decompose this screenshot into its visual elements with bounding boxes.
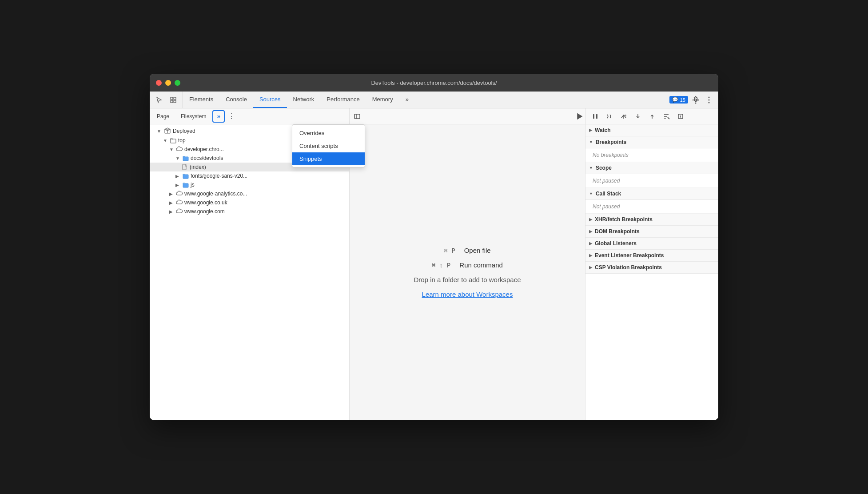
- close-button[interactable]: [156, 80, 162, 86]
- tab-network[interactable]: Network: [287, 92, 321, 108]
- resume-button[interactable]: [603, 110, 616, 123]
- svg-line-27: [668, 117, 669, 119]
- csp-section-header[interactable]: ▶ CSP Violation Breakpoints: [585, 262, 718, 274]
- open-file-label: Open file: [464, 247, 491, 254]
- more-options-icon[interactable]: [703, 94, 715, 106]
- watch-label: Watch: [595, 127, 611, 133]
- tab-elements[interactable]: Elements: [183, 92, 219, 108]
- tree-item-analytics[interactable]: ▶ www.google-analytics.co...: [150, 189, 349, 198]
- tree-item-fonts[interactable]: ▶ fonts/google-sans-v20...: [150, 171, 349, 180]
- inspect-icon[interactable]: [167, 94, 179, 106]
- svg-rect-13: [183, 164, 186, 170]
- sources-sub-tabs: Page Filesystem » ⋮ Overrides C: [150, 108, 349, 124]
- svg-rect-1: [174, 97, 176, 100]
- pause-exceptions-button[interactable]: [674, 110, 687, 123]
- cloud-icon-4: [176, 208, 183, 215]
- svg-rect-16: [354, 114, 360, 119]
- tree-item-js[interactable]: ▶ js: [150, 180, 349, 189]
- event-arrow: ▶: [589, 253, 592, 258]
- folder-blue-icon-3: [183, 182, 189, 188]
- menu-item-content-scripts[interactable]: Content scripts: [292, 139, 365, 152]
- cursor-icon[interactable]: [153, 94, 165, 106]
- tree-item-google-uk[interactable]: ▶ www.google.co.uk: [150, 198, 349, 207]
- run-command-shortcut: ⌘ ⇧ P: [432, 262, 450, 269]
- file-tree: ▼ Deployed ▼ top: [150, 124, 349, 420]
- deactivate-breakpoints-button[interactable]: [660, 110, 673, 123]
- open-file-shortcut: ⌘ P: [444, 247, 455, 254]
- svg-point-30: [680, 117, 681, 118]
- learn-more-row: Learn more about Workspaces: [422, 291, 513, 298]
- open-file-row: ⌘ P Open file: [444, 247, 490, 254]
- watch-arrow: ▶: [589, 128, 592, 132]
- call-stack-arrow: ▼: [589, 191, 593, 196]
- settings-icon[interactable]: [690, 94, 701, 106]
- svg-rect-19: [593, 114, 594, 119]
- drop-folder-row: Drop in a folder to add to workspace: [414, 276, 521, 283]
- expand-arrow: ▼: [157, 129, 162, 134]
- xhr-section-header[interactable]: ▶ XHR/fetch Breakpoints: [585, 214, 718, 226]
- tab-filesystem[interactable]: Filesystem: [175, 111, 211, 122]
- file-icon: [182, 164, 188, 170]
- cloud-icon: [176, 146, 183, 152]
- step-into-button[interactable]: [632, 110, 644, 123]
- svg-rect-3: [174, 100, 176, 103]
- tab-performance[interactable]: Performance: [320, 92, 366, 108]
- run-command-label: Run command: [459, 261, 503, 269]
- dom-arrow: ▶: [589, 229, 592, 234]
- dom-section-header[interactable]: ▶ DOM Breakpoints: [585, 226, 718, 238]
- global-listeners-section-header[interactable]: ▶ Global Listeners: [585, 238, 718, 250]
- minimize-button[interactable]: [165, 80, 171, 86]
- left-icons: [150, 92, 183, 108]
- right-panel: ▶ Watch ▼ Breakpoints No breakpoints ▼ S…: [585, 108, 718, 420]
- svg-rect-11: [171, 139, 176, 143]
- tree-label: top: [178, 137, 186, 143]
- step-over-button[interactable]: [617, 110, 630, 123]
- traffic-lights: [156, 80, 180, 86]
- call-stack-section-header[interactable]: ▼ Call Stack: [585, 188, 718, 200]
- tree-label: www.google-analytics.co...: [184, 191, 247, 197]
- breakpoints-section-header[interactable]: ▼ Breakpoints: [585, 136, 718, 148]
- tab-more-options[interactable]: ⋮: [226, 111, 237, 122]
- dom-label: DOM Breakpoints: [595, 228, 640, 235]
- xhr-arrow: ▶: [589, 217, 592, 222]
- step-out-button[interactable]: [646, 110, 658, 123]
- left-panel: Page Filesystem » ⋮ Overrides C: [150, 108, 350, 420]
- devtools-window: DevTools - developer.chrome.com/docs/dev…: [150, 74, 718, 420]
- tree-item-google-com[interactable]: ▶ www.google.com: [150, 207, 349, 216]
- csp-label: CSP Violation Breakpoints: [595, 264, 662, 271]
- close-editor-icon[interactable]: [351, 111, 363, 122]
- tree-label: Deployed: [173, 128, 195, 134]
- xhr-label: XHR/fetch Breakpoints: [595, 216, 653, 223]
- scope-section-header[interactable]: ▼ Scope: [585, 162, 718, 174]
- tree-label: fonts/google-sans-v20...: [191, 173, 247, 179]
- maximize-button[interactable]: [175, 80, 180, 86]
- watch-section-header[interactable]: ▶ Watch: [585, 124, 718, 136]
- learn-more-link[interactable]: Learn more about Workspaces: [422, 291, 513, 298]
- play-editor-icon[interactable]: [573, 111, 585, 122]
- folder-blue-icon: [183, 155, 189, 161]
- tab-more[interactable]: »: [399, 92, 415, 108]
- tab-console[interactable]: Console: [219, 92, 253, 108]
- more-tabs-button[interactable]: »: [212, 110, 225, 123]
- tab-memory[interactable]: Memory: [366, 92, 399, 108]
- scope-label: Scope: [596, 165, 612, 171]
- devtools-tabs: Elements Console Sources Network Perform…: [150, 92, 718, 108]
- folder-blue-icon-2: [183, 173, 189, 179]
- menu-item-snippets[interactable]: Snippets: [292, 152, 365, 165]
- event-listener-section-header[interactable]: ▶ Event Listener Breakpoints: [585, 250, 718, 262]
- notifications-badge[interactable]: 💬 15: [669, 96, 688, 104]
- tree-label: docs/devtools: [191, 155, 223, 161]
- global-label: Global Listeners: [595, 240, 637, 247]
- tab-sources[interactable]: Sources: [253, 92, 287, 108]
- tree-label: www.google.com: [184, 208, 225, 215]
- pause-button[interactable]: [589, 110, 601, 123]
- tab-page[interactable]: Page: [151, 111, 175, 122]
- folder-icon: [170, 137, 176, 143]
- tree-label: js: [191, 182, 195, 188]
- event-label: Event Listener Breakpoints: [595, 252, 664, 259]
- breakpoints-body: No breakpoints: [585, 148, 718, 162]
- scope-arrow: ▼: [589, 166, 593, 170]
- call-stack-label: Call Stack: [596, 191, 621, 197]
- menu-item-overrides[interactable]: Overrides: [292, 127, 365, 139]
- cube-icon: [164, 127, 171, 135]
